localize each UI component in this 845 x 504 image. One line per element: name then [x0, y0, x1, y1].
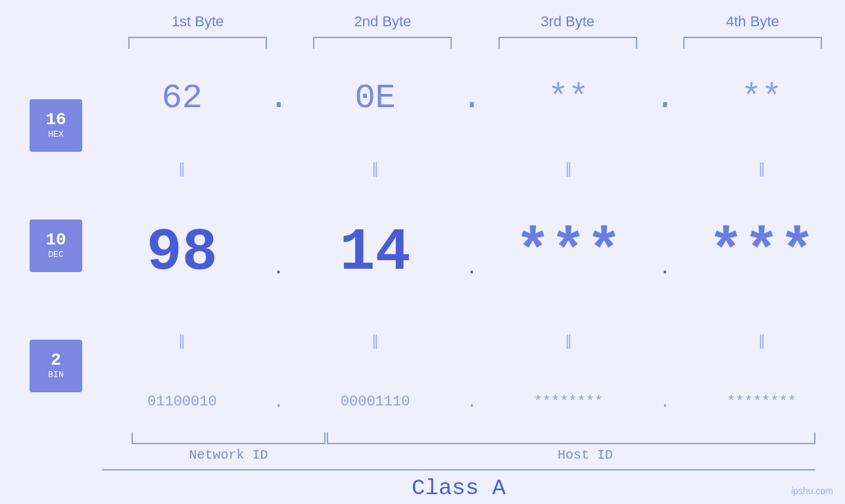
bottom-section: Network ID Host ID — [0, 432, 845, 463]
watermark: ipshu.com — [791, 486, 833, 496]
eq-sign-2: ‖ — [372, 160, 379, 177]
hex-name: HEX — [48, 129, 63, 139]
bin-val-3: ******** — [534, 394, 604, 410]
hex-dot-1: . — [266, 79, 292, 118]
bin-dot-1: . — [266, 392, 292, 412]
byte-label-3: 3rd Byte — [541, 13, 594, 30]
eq2-sign-1: ‖ — [178, 332, 185, 350]
bottom-brackets — [102, 432, 845, 444]
dec-number: 10 — [45, 231, 66, 248]
byte-col-4: 4th Byte — [660, 13, 845, 49]
bin-dot-2: . — [459, 392, 485, 412]
data-rows: 62 . 0E . ** . ** ‖ — [99, 58, 845, 432]
bin-name: BIN — [48, 370, 63, 380]
bin-badge: 2 BIN — [30, 340, 82, 392]
content-area: 16 HEX 10 DEC 2 BIN 62 . 0E — [0, 58, 845, 432]
bin-cell-4: ******** — [678, 394, 845, 410]
eq-sign-3: ‖ — [565, 160, 572, 177]
bin-cell-3: ******** — [485, 394, 652, 410]
bin-val-4: ******** — [727, 394, 796, 410]
bin-cell-2: 00001110 — [292, 394, 459, 410]
byte-label-4: 4th Byte — [726, 13, 779, 30]
hex-number: 16 — [45, 111, 66, 128]
eq2-sign-4: ‖ — [758, 332, 765, 350]
bracket-top-4 — [683, 37, 822, 49]
eq2-cell-2: ‖ — [292, 332, 459, 350]
dec-dot-1: . — [266, 258, 292, 286]
byte-col-1: 1st Byte — [105, 13, 290, 49]
hex-val-2: 0E — [354, 79, 395, 118]
dec-cell-2: 14 — [292, 219, 459, 286]
dec-name: DEC — [48, 250, 63, 260]
dec-cell-4: *** — [678, 219, 845, 286]
left-labels: 16 HEX 10 DEC 2 BIN — [13, 58, 99, 432]
bracket-top-1 — [128, 37, 267, 49]
header-row: 1st Byte 2nd Byte 3rd Byte 4th Byte — [0, 13, 845, 49]
dec-val-2: 14 — [340, 219, 411, 286]
bracket-host — [327, 432, 815, 444]
bracket-network — [132, 432, 326, 444]
equals-row-2: ‖ ‖ ‖ ‖ — [99, 331, 845, 351]
dec-val-3: *** — [515, 219, 621, 286]
eq-sign-1: ‖ — [178, 160, 185, 177]
bin-val-2: 00001110 — [341, 394, 410, 410]
network-id-label: Network ID — [102, 447, 326, 463]
id-labels: Network ID Host ID — [102, 447, 845, 463]
eq2-sign-3: ‖ — [565, 332, 572, 350]
bin-val-1: 01100010 — [147, 394, 217, 410]
class-label: Class A — [102, 476, 815, 501]
eq2-cell-3: ‖ — [485, 332, 652, 350]
eq2-cell-4: ‖ — [678, 332, 845, 350]
hex-val-4: ** — [741, 79, 782, 118]
bin-row: 01100010 . 00001110 . ******** . *******… — [99, 392, 845, 412]
byte-col-2: 2nd Byte — [290, 13, 475, 49]
hex-cell-2: 0E — [292, 79, 459, 118]
eq2-sign-2: ‖ — [372, 332, 379, 350]
equals-row-1: ‖ ‖ ‖ ‖ — [99, 159, 845, 179]
eq-cell-1: ‖ — [99, 160, 266, 177]
bracket-top-2 — [313, 37, 452, 49]
eq-sign-4: ‖ — [758, 160, 765, 177]
main-container: 1st Byte 2nd Byte 3rd Byte 4th Byte 16 H… — [0, 0, 845, 504]
hex-cell-3: ** — [485, 79, 652, 118]
hex-dot-3: . — [652, 79, 678, 118]
hex-dot-2: . — [459, 79, 485, 118]
bracket-top-3 — [498, 37, 637, 49]
hex-row: 62 . 0E . ** . ** — [99, 79, 845, 118]
eq-cell-3: ‖ — [485, 160, 652, 177]
hex-cell-1: 62 — [99, 79, 266, 118]
eq-cell-2: ‖ — [292, 160, 459, 177]
hex-badge: 16 HEX — [30, 99, 82, 152]
dec-dot-2: . — [459, 258, 485, 286]
byte-label-2: 2nd Byte — [354, 13, 411, 30]
eq-cell-4: ‖ — [678, 160, 845, 177]
dec-cell-1: 98 — [99, 219, 266, 286]
dec-val-4: *** — [708, 219, 815, 286]
dec-val-1: 98 — [147, 219, 218, 286]
bin-number: 2 — [51, 352, 61, 369]
class-section: Class A — [0, 469, 845, 501]
dec-cell-3: *** — [485, 219, 652, 286]
dec-row: 98 . 14 . *** . *** — [99, 219, 845, 290]
hex-val-3: ** — [548, 79, 589, 118]
eq2-cell-1: ‖ — [99, 332, 266, 350]
byte-label-1: 1st Byte — [172, 13, 224, 30]
bin-cell-1: 01100010 — [99, 394, 266, 410]
dec-badge: 10 DEC — [30, 219, 82, 272]
host-id-label: Host ID — [326, 447, 845, 463]
hex-val-1: 62 — [162, 79, 203, 118]
byte-col-3: 3rd Byte — [475, 13, 660, 49]
hex-cell-4: ** — [678, 79, 845, 118]
dec-dot-3: . — [652, 258, 678, 286]
class-line — [102, 469, 815, 470]
bin-dot-3: . — [652, 392, 678, 412]
